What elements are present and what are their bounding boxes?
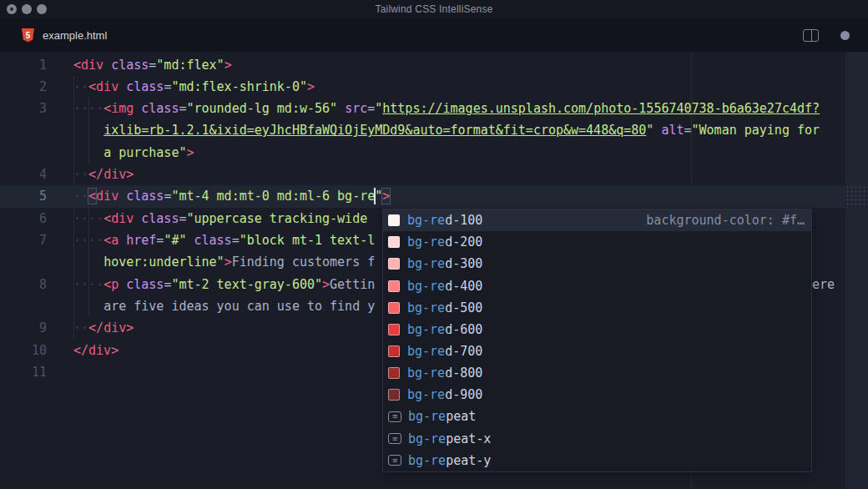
code-token bbox=[186, 233, 194, 248]
suggestion-item[interactable]: ≡bg-repeat-x bbox=[383, 428, 811, 450]
code-token: "block mt-1 text-l bbox=[240, 233, 376, 248]
code-text: hover:underline">Finding customers f bbox=[73, 255, 375, 270]
code-token: "uppercase tracking-wide bbox=[186, 211, 367, 226]
code-token: class bbox=[126, 79, 164, 94]
code-token: ···· bbox=[73, 101, 103, 116]
code-token: </ bbox=[88, 167, 103, 182]
code-token: div bbox=[103, 167, 126, 182]
code-token: > bbox=[126, 320, 134, 335]
split-editor-icon[interactable] bbox=[803, 29, 819, 42]
code-text: ····<a href="#" class="block mt-1 text-l bbox=[73, 233, 375, 248]
code-token: ···· bbox=[73, 277, 103, 292]
code-text: ··<div class="md:flex-shrink-0"> bbox=[73, 79, 315, 94]
modified-indicator-icon[interactable] bbox=[840, 31, 850, 40]
suggestion-item[interactable]: ≡bg-repeat bbox=[383, 406, 811, 427]
constant-icon: ≡ bbox=[388, 455, 401, 466]
code-token: Gettin bbox=[330, 277, 375, 292]
code-token: > bbox=[307, 79, 315, 94]
suggestion-item[interactable]: bg-red-600 bbox=[383, 319, 811, 340]
code-text: ····<div class="uppercase tracking-wide bbox=[73, 211, 367, 226]
suggestion-label: bg-red-700 bbox=[407, 344, 482, 359]
code-token bbox=[119, 79, 126, 94]
suggestion-label: bg-red-400 bbox=[407, 279, 482, 294]
suggestion-item[interactable]: bg-red-100background-color: #f… bbox=[383, 209, 811, 231]
code-token bbox=[119, 189, 126, 204]
code-token: div bbox=[103, 320, 126, 335]
code-text: ixlib=rb-1.2.1&ixid=eyJhcHBfaWQiOjEyMDd9… bbox=[73, 123, 820, 138]
suggestion-item[interactable]: bg-red-700 bbox=[383, 340, 811, 362]
code-token: "#" bbox=[164, 233, 186, 248]
code-row[interactable]: 3····<img class="rounded-lg md:w-56" src… bbox=[0, 98, 845, 120]
code-token: "Woman paying for bbox=[692, 123, 820, 138]
code-token: > bbox=[111, 343, 119, 358]
code-token: = bbox=[684, 123, 692, 138]
code-token: Finding customers f bbox=[232, 255, 376, 270]
code-text: ··<div class="mt-4 md:mt-0 md:ml-6 bg-re… bbox=[73, 188, 390, 204]
color-swatch-icon bbox=[388, 280, 400, 292]
suggestion-item[interactable]: bg-red-400 bbox=[383, 275, 811, 296]
suggestion-detail: background-color: #f… bbox=[646, 213, 805, 228]
tab-actions bbox=[803, 18, 850, 52]
code-token: < bbox=[103, 233, 111, 248]
suggestion-label: bg-red-900 bbox=[407, 387, 482, 402]
suggestion-item[interactable]: bg-red-300 bbox=[383, 253, 811, 275]
file-tab[interactable]: 5 example.html bbox=[22, 18, 107, 52]
suggestion-item[interactable]: bg-red-800 bbox=[383, 362, 811, 384]
code-token: "mt-2 text-gray-600" bbox=[171, 277, 322, 292]
code-token: img bbox=[111, 101, 134, 116]
suggest-widget: bg-red-100background-color: #f…bg-red-20… bbox=[382, 209, 812, 472]
code-token: = bbox=[232, 233, 240, 248]
code-token: = bbox=[149, 58, 156, 73]
code-row[interactable]: 4··</div> bbox=[0, 164, 845, 186]
color-swatch-icon bbox=[388, 389, 400, 401]
code-row[interactable]: ixlib=rb-1.2.1&ixid=eyJhcHBfaWQiOjEyMDd9… bbox=[0, 119, 845, 142]
code-text: <div class="md:flex"> bbox=[73, 58, 232, 73]
code-token: div bbox=[96, 189, 119, 204]
code-token: class bbox=[141, 101, 179, 116]
code-token: href bbox=[126, 233, 156, 248]
suggestion-label: bg-red-500 bbox=[407, 300, 482, 315]
titlebar: Tailwind CSS IntelliSense bbox=[0, 0, 868, 18]
code-row[interactable]: 1<div class="md:flex"> bbox=[0, 53, 845, 76]
code-row[interactable]: a purchase"> bbox=[0, 141, 845, 164]
line-number: 6 bbox=[0, 211, 47, 226]
code-token bbox=[337, 101, 345, 116]
code-row[interactable]: 5··<div class="mt-4 md:mt-0 md:ml-6 bg-r… bbox=[0, 185, 845, 208]
editor[interactable]: 1<div class="md:flex">2··<div class="md:… bbox=[0, 52, 868, 489]
file-name: example.html bbox=[43, 29, 107, 42]
line-number: 5 bbox=[0, 189, 47, 204]
suggestion-label: bg-red-100 bbox=[407, 213, 482, 228]
code-text: ····<img class="rounded-lg md:w-56" src=… bbox=[73, 101, 820, 116]
suggestion-item[interactable]: ≡bg-repeat-y bbox=[383, 450, 811, 471]
code-token: < bbox=[103, 101, 111, 116]
code-token: ···· bbox=[73, 211, 103, 226]
line-number: 2 bbox=[0, 79, 47, 94]
overview-ruler-marker bbox=[845, 185, 868, 208]
html5-icon: 5 bbox=[22, 28, 34, 43]
line-number: 1 bbox=[0, 58, 47, 73]
code-token: < bbox=[103, 277, 111, 292]
code-token: ixlib=rb-1.2.1&ixid=eyJhcHBfaWQiOjEyMDd9… bbox=[103, 123, 646, 138]
code-token: ···· bbox=[73, 233, 103, 248]
suggestion-label: bg-repeat-x bbox=[408, 431, 491, 446]
code-token: > bbox=[225, 255, 232, 270]
code-token: div bbox=[111, 211, 134, 226]
suggestion-label: bg-red-800 bbox=[407, 365, 482, 381]
suggestion-item[interactable]: bg-red-500 bbox=[383, 297, 811, 319]
code-row[interactable]: 2··<div class="md:flex-shrink-0"> bbox=[0, 75, 845, 98]
tabbar: 5 example.html bbox=[0, 18, 868, 52]
scrollbar-gutter[interactable] bbox=[845, 52, 868, 489]
suggestion-item[interactable]: bg-red-900 bbox=[383, 384, 811, 406]
suggestion-item[interactable]: bg-red-200 bbox=[383, 231, 811, 253]
code-token: div bbox=[81, 58, 103, 73]
code-token: > bbox=[126, 167, 134, 182]
constant-icon: ≡ bbox=[388, 433, 401, 444]
color-swatch-icon bbox=[388, 302, 400, 314]
code-token: < bbox=[103, 211, 111, 226]
color-swatch-icon bbox=[388, 324, 400, 335]
color-swatch-icon bbox=[388, 345, 400, 357]
code-token: alt bbox=[661, 123, 684, 138]
suggestion-label: bg-red-300 bbox=[407, 256, 482, 271]
color-swatch-icon bbox=[388, 236, 400, 248]
suggestion-label: bg-repeat bbox=[408, 409, 476, 424]
